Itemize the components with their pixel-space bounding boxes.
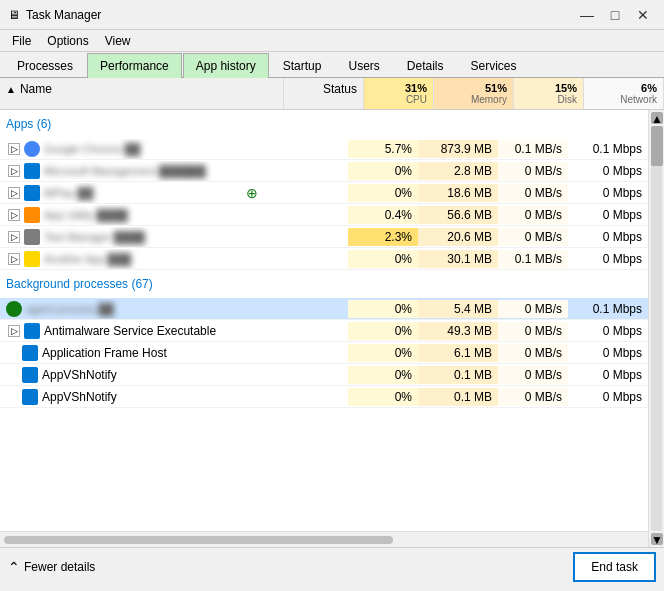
app-name: Google Chrome ██ bbox=[44, 143, 140, 155]
cell-disk: 0 MB/s bbox=[498, 366, 568, 384]
menu-bar: File Options View bbox=[0, 30, 664, 52]
expand-icon[interactable]: ▷ bbox=[8, 231, 20, 243]
tab-services[interactable]: Services bbox=[458, 53, 530, 78]
column-headers: ▲ Name Status 31% CPU 51% Memory 15% Dis… bbox=[0, 78, 664, 110]
collapse-icon[interactable]: ▲ bbox=[6, 84, 16, 95]
title-bar-left: 🖥 Task Manager bbox=[8, 8, 101, 22]
cell-status bbox=[268, 329, 348, 333]
cell-memory: 873.9 MB bbox=[418, 140, 498, 158]
app-icon bbox=[6, 301, 22, 317]
cell-memory: 6.1 MB bbox=[418, 344, 498, 362]
cell-disk: 0 MB/s bbox=[498, 322, 568, 340]
cell-cpu: 0.4% bbox=[348, 206, 418, 224]
tree-node-icon: ⊕ bbox=[246, 185, 258, 201]
apps-section-title: Apps (6) bbox=[0, 114, 648, 134]
end-task-button[interactable]: End task bbox=[573, 552, 656, 582]
cell-disk: 0 MB/s bbox=[498, 184, 568, 202]
tab-users[interactable]: Users bbox=[335, 53, 392, 78]
cell-status bbox=[268, 235, 348, 239]
col-memory[interactable]: 51% Memory bbox=[434, 78, 514, 109]
cell-memory: 49.3 MB bbox=[418, 322, 498, 340]
tab-performance[interactable]: Performance bbox=[87, 53, 182, 78]
cell-disk: 0 MB/s bbox=[498, 206, 568, 224]
scroll-thumb[interactable] bbox=[651, 126, 663, 166]
close-button[interactable]: ✕ bbox=[630, 5, 656, 25]
col-name[interactable]: ▲ Name bbox=[0, 78, 284, 109]
col-status[interactable]: Status bbox=[284, 78, 364, 109]
app-name: agent process ██ bbox=[26, 303, 114, 315]
menu-options[interactable]: Options bbox=[39, 32, 96, 50]
cell-cpu: 0% bbox=[348, 250, 418, 268]
cell-disk: 0.1 MB/s bbox=[498, 250, 568, 268]
expand-icon[interactable]: ▷ bbox=[8, 325, 20, 337]
cell-name: ▷ Test Manager ████ bbox=[0, 227, 268, 247]
app-icon bbox=[24, 207, 40, 223]
cell-memory: 0.1 MB bbox=[418, 388, 498, 406]
vertical-scrollbar[interactable]: ▲ ▼ bbox=[648, 110, 664, 547]
tab-processes[interactable]: Processes bbox=[4, 53, 86, 78]
cell-disk: 0.1 MB/s bbox=[498, 140, 568, 158]
table-row[interactable]: AppVShNotify 0% 0.1 MB 0 MB/s 0 Mbps bbox=[0, 364, 648, 386]
table-row[interactable]: ▷ App Utility ████ 0.4% 56.6 MB 0 MB/s 0… bbox=[0, 204, 648, 226]
scroll-track[interactable] bbox=[651, 126, 662, 531]
table-row[interactable]: ▷ MPlay ██ ⊕ 0% 18.6 MB 0 MB/s 0 Mbps bbox=[0, 182, 648, 204]
status-bar: ⌃ Fewer details End task bbox=[0, 547, 664, 585]
cell-name: ▷ MPlay ██ ⊕ bbox=[0, 183, 268, 203]
cell-network: 0.1 Mbps bbox=[568, 140, 648, 158]
cell-cpu: 0% bbox=[348, 322, 418, 340]
chrome-icon bbox=[24, 141, 40, 157]
background-section-title: Background processes (67) bbox=[0, 274, 648, 294]
menu-file[interactable]: File bbox=[4, 32, 39, 50]
app-name: Application Frame Host bbox=[42, 346, 167, 360]
table-row[interactable]: ▷ Microsoft Management ██████ 0% 2.8 MB … bbox=[0, 160, 648, 182]
fewer-details-button[interactable]: ⌃ Fewer details bbox=[8, 559, 95, 575]
table-main: Apps (6) ▷ Google Chrome ██ 5.7% 873.9 M… bbox=[0, 110, 648, 547]
scroll-up[interactable]: ▲ bbox=[651, 112, 663, 124]
app-name: AppVShNotify bbox=[42, 368, 117, 382]
app-icon bbox=[22, 389, 38, 405]
table-row[interactable]: Application Frame Host 0% 6.1 MB 0 MB/s … bbox=[0, 342, 648, 364]
cell-name: ▷ Antimalware Service Executable bbox=[0, 321, 268, 341]
title-bar-controls: — □ ✕ bbox=[574, 5, 656, 25]
tab-details[interactable]: Details bbox=[394, 53, 457, 78]
expand-icon[interactable]: ▷ bbox=[8, 187, 20, 199]
cell-memory: 0.1 MB bbox=[418, 366, 498, 384]
cell-name: Application Frame Host bbox=[0, 343, 268, 363]
app-icon bbox=[22, 367, 38, 383]
cell-name: AppVShNotify bbox=[0, 365, 268, 385]
main-content: ▲ Name Status 31% CPU 51% Memory 15% Dis… bbox=[0, 78, 664, 547]
cell-cpu: 2.3% bbox=[348, 228, 418, 246]
table-row[interactable]: ▷ Test Manager ████ 2.3% 20.6 MB 0 MB/s … bbox=[0, 226, 648, 248]
minimize-button[interactable]: — bbox=[574, 5, 600, 25]
expand-icon[interactable]: ▷ bbox=[8, 209, 20, 221]
menu-view[interactable]: View bbox=[97, 32, 139, 50]
app-icon bbox=[24, 229, 40, 245]
table-row[interactable]: ▷ Another App ███ 0% 30.1 MB 0.1 MB/s 0 … bbox=[0, 248, 648, 270]
col-cpu[interactable]: 31% CPU bbox=[364, 78, 434, 109]
table-row[interactable]: ▷ Google Chrome ██ 5.7% 873.9 MB 0.1 MB/… bbox=[0, 138, 648, 160]
expand-icon[interactable]: ▷ bbox=[8, 143, 20, 155]
tab-app-history[interactable]: App history bbox=[183, 53, 269, 78]
table-body[interactable]: Apps (6) ▷ Google Chrome ██ 5.7% 873.9 M… bbox=[0, 110, 648, 531]
col-disk[interactable]: 15% Disk bbox=[514, 78, 584, 109]
horizontal-scrollbar[interactable] bbox=[0, 531, 648, 547]
tab-startup[interactable]: Startup bbox=[270, 53, 335, 78]
cell-status bbox=[268, 395, 348, 399]
scroll-down[interactable]: ▼ bbox=[651, 533, 663, 545]
table-row[interactable]: ▷ Antimalware Service Executable 0% 49.3… bbox=[0, 320, 648, 342]
chevron-up-icon: ⌃ bbox=[8, 559, 20, 575]
cell-name: ▷ Another App ███ bbox=[0, 249, 268, 269]
table-wrapper: Apps (6) ▷ Google Chrome ██ 5.7% 873.9 M… bbox=[0, 110, 664, 547]
expand-icon[interactable]: ▷ bbox=[8, 253, 20, 265]
cell-disk: 0 MB/s bbox=[498, 388, 568, 406]
col-network[interactable]: 6% Network bbox=[584, 78, 664, 109]
app-icon bbox=[24, 323, 40, 339]
expand-icon[interactable]: ▷ bbox=[8, 165, 20, 177]
scrollbar-thumb[interactable] bbox=[4, 536, 393, 544]
table-row[interactable]: AppVShNotify 0% 0.1 MB 0 MB/s 0 Mbps bbox=[0, 386, 648, 408]
cell-cpu: 0% bbox=[348, 388, 418, 406]
fewer-details-label: Fewer details bbox=[24, 560, 95, 574]
maximize-button[interactable]: □ bbox=[602, 5, 628, 25]
table-row[interactable]: agent process ██ 0% 5.4 MB 0 MB/s 0.1 Mb… bbox=[0, 298, 648, 320]
app-icon bbox=[24, 251, 40, 267]
